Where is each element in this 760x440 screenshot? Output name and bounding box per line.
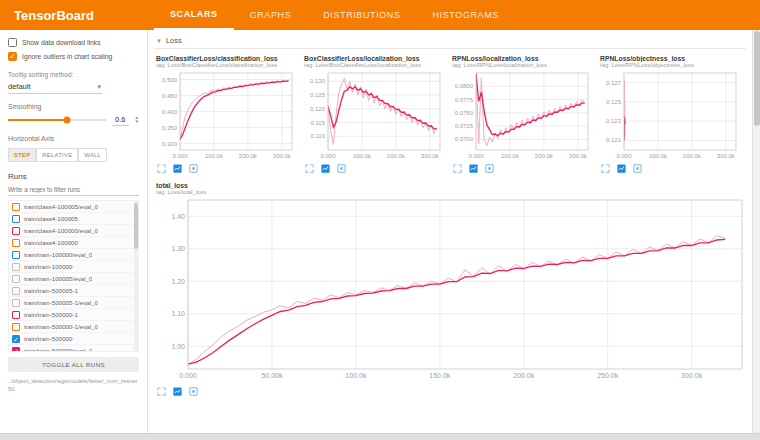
tab-graphs[interactable]: GRAPHS	[234, 0, 308, 30]
fit-domain-icon[interactable]	[320, 163, 331, 174]
tab-scalars[interactable]: SCALARS	[154, 0, 234, 30]
smoothing-slider[interactable]	[8, 119, 106, 121]
tab-histograms[interactable]: HISTOGRAMS	[417, 0, 515, 30]
run-list-item[interactable]: ✓train/train-500000	[9, 333, 138, 345]
chart-tag: tag: Loss/RPNLoss/localization_loss	[452, 62, 592, 68]
run-checkbox[interactable]: ✓	[12, 335, 20, 343]
category-header-loss[interactable]: ▼ Loss	[154, 33, 746, 49]
show-download-links-checkbox[interactable]	[8, 38, 17, 47]
toggle-all-runs-button[interactable]: TOGGLE ALL RUNS	[8, 357, 139, 372]
ignore-outliers-label: Ignore outliers in chart scaling	[22, 53, 112, 60]
run-checkbox[interactable]	[12, 251, 20, 259]
pin-icon[interactable]	[632, 163, 643, 174]
chart-title: total_loss	[156, 182, 750, 189]
axis-wall-button[interactable]: WALL	[78, 148, 107, 162]
smoothing-value[interactable]: 0.6	[112, 114, 128, 126]
page-scrollbar[interactable]	[752, 30, 760, 433]
fit-domain-icon[interactable]	[468, 163, 479, 174]
run-list-item[interactable]: train/train-100005/eval_0	[9, 273, 138, 285]
chart-card-objectness-loss: RPNLoss/objectness_loss tag: Loss/RPNLos…	[598, 54, 740, 174]
line-chart[interactable]: 0.3000.3500.4000.4500.5000.000100.0k200.…	[154, 69, 296, 161]
svg-text:300.0k: 300.0k	[421, 153, 440, 159]
run-list-item[interactable]: train/train-500000-1	[9, 309, 138, 321]
fit-domain-icon[interactable]	[616, 163, 627, 174]
page-scrollbar-thumb[interactable]	[754, 31, 760, 126]
axis-step-button[interactable]: STEP	[8, 148, 36, 162]
pin-icon[interactable]	[188, 163, 199, 174]
runs-scrollbar-thumb[interactable]	[134, 203, 138, 249]
ignore-outliers-option[interactable]: ✓ Ignore outliers in chart scaling	[8, 52, 139, 61]
run-list-item[interactable]: train/train-500000-1/eval_0	[9, 321, 138, 333]
run-list-item[interactable]: train/train-100000	[9, 261, 138, 273]
ignore-outliers-checkbox[interactable]: ✓	[8, 52, 17, 61]
run-list-item[interactable]: train/class4-100005/eval_0	[9, 201, 138, 213]
run-checkbox[interactable]	[12, 311, 20, 319]
expand-icon[interactable]	[156, 163, 167, 174]
show-download-links-option[interactable]: Show data download links	[8, 38, 139, 47]
run-checkbox[interactable]	[12, 239, 20, 247]
runs-filter-input[interactable]	[8, 184, 139, 196]
expand-icon[interactable]	[600, 163, 611, 174]
horizontal-scrollbar-track[interactable]	[0, 433, 760, 440]
run-checkbox[interactable]: ✓	[12, 347, 20, 353]
svg-text:100.0k: 100.0k	[501, 153, 520, 159]
tooltip-sorting-select[interactable]: default ▼	[8, 80, 102, 94]
svg-text:100.0k: 100.0k	[345, 372, 367, 379]
svg-text:0.000: 0.000	[179, 372, 197, 379]
run-label: train/class4-100005/eval_0	[24, 203, 98, 210]
smoothing-stepper[interactable]: ▲▼	[135, 116, 139, 124]
svg-text:50.00k: 50.00k	[261, 372, 283, 379]
run-checkbox[interactable]	[12, 299, 20, 307]
runs-section-label: Runs	[8, 172, 139, 181]
svg-text:100.0k: 100.0k	[649, 153, 668, 159]
run-list-item[interactable]: ✓train/train-500000/eval_0	[9, 345, 138, 352]
fit-domain-icon[interactable]	[172, 163, 183, 174]
run-list-item[interactable]: train/class4-100005	[9, 213, 138, 225]
chart-card-box-localization-loss: BoxClassifierLoss/localization_loss tag:…	[302, 54, 444, 174]
smoothing-slider-thumb[interactable]	[63, 117, 70, 124]
run-checkbox[interactable]	[12, 263, 20, 271]
run-list-item[interactable]: train/train-100000/eval_0	[9, 249, 138, 261]
run-checkbox[interactable]	[12, 275, 20, 283]
svg-text:250.0k: 250.0k	[597, 372, 619, 379]
chart-toolbar	[154, 384, 750, 397]
pin-icon[interactable]	[336, 163, 347, 174]
expand-icon[interactable]	[452, 163, 463, 174]
run-checkbox[interactable]	[12, 227, 20, 235]
svg-text:1.10: 1.10	[171, 310, 185, 317]
svg-text:0.000: 0.000	[468, 153, 484, 159]
svg-text:0.0800: 0.0800	[455, 83, 474, 89]
run-list-item[interactable]: train/train-500005-1/eval_0	[9, 297, 138, 309]
svg-text:300.0k: 300.0k	[569, 153, 588, 159]
line-chart[interactable]: 0.1100.1150.1200.1250.1300.000100.0k200.…	[302, 69, 444, 161]
show-download-links-label: Show data download links	[22, 39, 101, 46]
expand-icon[interactable]	[304, 163, 315, 174]
run-list-item[interactable]: train/train-500005-1	[9, 285, 138, 297]
run-checkbox[interactable]	[12, 215, 20, 223]
line-chart[interactable]: 0.1210.1230.1250.1270.000100.0k200.0k300…	[598, 69, 740, 161]
run-checkbox[interactable]	[12, 287, 20, 295]
chart-card-rpn-localization-loss: RPNLoss/localization_loss tag: Loss/RPNL…	[450, 54, 592, 174]
expand-icon[interactable]	[156, 386, 167, 397]
svg-text:0.0725: 0.0725	[455, 123, 474, 129]
run-label: train/train-100000	[24, 263, 73, 270]
pin-icon[interactable]	[188, 386, 199, 397]
run-checkbox[interactable]	[12, 323, 20, 331]
run-list-item[interactable]: train/class4-100000	[9, 237, 138, 249]
line-chart[interactable]: 1.001.101.201.301.400.00050.00k100.0k150…	[154, 196, 750, 384]
svg-text:200.0k: 200.0k	[513, 372, 535, 379]
smoothing-slider-fill	[8, 119, 67, 121]
line-chart[interactable]: 0.07000.07250.07500.07750.08000.000100.0…	[450, 69, 592, 161]
run-checkbox[interactable]	[12, 203, 20, 211]
fit-domain-icon[interactable]	[172, 386, 183, 397]
chart-tag: tag: Loss/total_loss	[156, 189, 750, 195]
chart-toolbar	[302, 161, 444, 174]
tab-distributions[interactable]: DISTRIBUTIONS	[307, 0, 416, 30]
run-label: train/train-500000	[24, 335, 73, 342]
svg-text:0.0700: 0.0700	[455, 136, 474, 142]
pin-icon[interactable]	[484, 163, 495, 174]
axis-relative-button[interactable]: RELATIVE	[36, 148, 78, 162]
svg-text:300.0k: 300.0k	[681, 372, 703, 379]
svg-text:1.20: 1.20	[171, 278, 185, 285]
run-list-item[interactable]: train/class4-100000/eval_0	[9, 225, 138, 237]
